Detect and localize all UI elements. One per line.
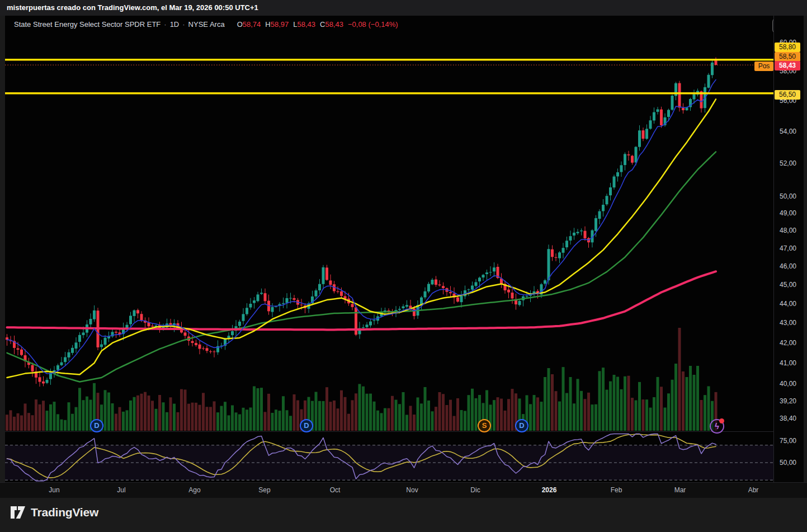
position-axis-label: 58,50Pos [775,52,800,62]
time-axis[interactable]: JunJulAgoSepOctNovDic2026FebMarAbr [0,482,807,499]
bottom-band: TradingView [0,498,807,532]
price-tick: 47,00 [780,244,796,252]
price-tick: 44,00 [780,300,796,308]
ohlc-value: 58,97 [271,20,289,29]
dividend-marker[interactable]: D [90,419,103,432]
ohlc-value: 58,43 [297,20,315,29]
price-tick: 50,00 [780,192,796,200]
notification-dot [719,418,724,423]
time-tick-Jun: Jun [49,486,59,494]
ohlc-values: O58,74H58,97L58,43C58,43 [233,20,343,29]
symbol-title[interactable]: State Street Energy Select Sector SPDR E… [14,20,161,29]
time-tick-Feb: Feb [611,486,622,494]
time-tick-Ago: Ago [188,486,200,494]
price-tick: 49,00 [780,209,796,217]
separator-dot: · [164,20,166,29]
time-tick-Nov: Nov [406,486,418,494]
interval-label[interactable]: 1D [170,20,180,29]
exchange-label: NYSE Arca [188,20,225,29]
price-tick: 40,00 [780,380,796,388]
tradingview-logo-text: TradingView [31,506,98,519]
price-axis[interactable]: 60,0058,0056,0054,0052,0050,0049,0048,00… [773,16,807,482]
time-tick-Mar: Mar [674,486,686,494]
tradingview-snapshot: misterpuertas creado con TradingView.com… [0,0,807,532]
chart-widget[interactable]: State Street Energy Select Sector SPDR E… [5,16,807,498]
price-tick: 54,00 [780,128,796,135]
separator-dot: · [182,20,185,29]
dividend-marker[interactable]: D [515,419,528,432]
time-tick-Jul: Jul [117,486,125,494]
price-tick: 38,40 [780,415,796,422]
tradingview-logo[interactable]: TradingView [10,506,98,519]
price-tick: 52,00 [780,159,796,167]
ohlc-value: 58,43 [325,20,343,29]
price-tick: 46,00 [780,262,796,270]
ohlc-label: O [237,20,243,29]
alert-high-axis-label: 58,80 [775,43,800,52]
lightning-button[interactable]: ϟ [710,419,724,434]
price-tick: 41,00 [780,359,796,367]
right-edge-strip [804,16,807,498]
change-value: −0,08 (−0,14%) [348,20,398,29]
rsi-scale-tick: 50,00 [780,459,796,467]
time-tick-Abr: Abr [748,486,759,494]
support-axis-label: 56,50 [775,90,800,100]
ohlc-label: C [320,20,325,29]
time-tick-Oct: Oct [330,486,341,494]
price-tick: 43,00 [780,319,796,327]
ohlc-value: 58,74 [243,20,261,29]
price-tick: 39,20 [780,397,796,405]
price-tick: 48,00 [780,227,796,234]
attribution-text: misterpuertas creado con TradingView.com… [7,3,258,12]
tradingview-logo-icon [10,506,26,519]
rsi-scale-tick: 75,00 [780,437,796,445]
time-tick-2026: 2026 [542,486,557,494]
dividend-marker[interactable]: D [300,419,313,432]
symbol-header: State Street Energy Select Sector SPDR E… [14,20,398,32]
attribution-bar: misterpuertas creado con TradingView.com… [0,0,807,16]
ohlc-label: H [265,20,270,29]
price-tick: 45,00 [780,281,796,289]
split-marker[interactable]: S [478,419,491,432]
last-price-axis-label: 58,43 [775,61,800,70]
chart-canvas[interactable] [5,16,773,482]
position-tag: Pos [754,62,773,71]
time-tick-Dic: Dic [470,486,480,494]
price-tick: 42,00 [780,339,796,347]
time-tick-Sep: Sep [258,486,270,494]
